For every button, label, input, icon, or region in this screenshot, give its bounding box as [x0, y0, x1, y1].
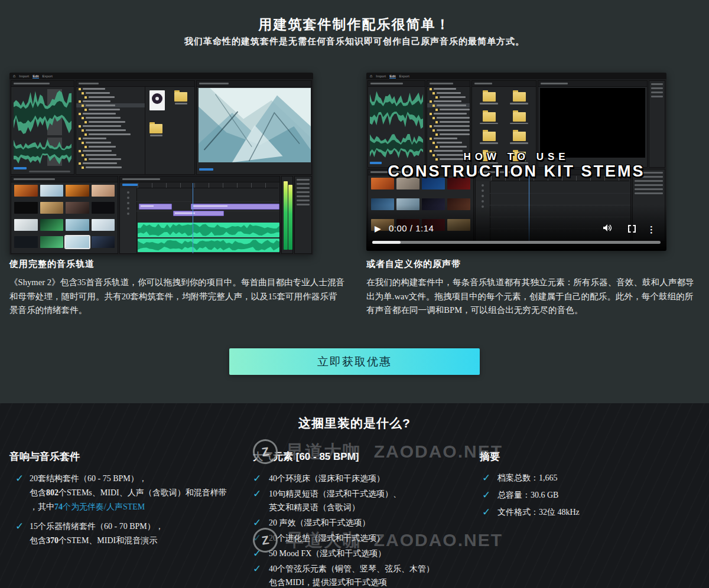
scrollbar[interactable] — [29, 171, 70, 172]
menu-tab[interactable]: Edit — [32, 74, 38, 79]
tree-row[interactable] — [76, 116, 145, 120]
tree-row[interactable] — [427, 99, 470, 103]
fullscreen-icon[interactable] — [628, 225, 636, 233]
timeline-ruler[interactable] — [138, 183, 278, 188]
hero-subtitle: 我们革命性的建筑套件是无需任何音乐知识即可创作自己原声音乐的最简单方式。 — [0, 36, 709, 47]
tree-row[interactable] — [76, 141, 145, 145]
check-icon: ✓ — [482, 472, 490, 485]
tree-row[interactable] — [427, 103, 470, 107]
tree-row[interactable] — [76, 145, 145, 149]
tree-row[interactable] — [76, 87, 145, 91]
menu-tab[interactable]: Export — [43, 74, 53, 78]
tree-row[interactable] — [427, 132, 470, 136]
tree-row[interactable] — [76, 149, 145, 153]
clip-thumbnail[interactable] — [66, 185, 89, 197]
tree-row[interactable] — [427, 145, 470, 149]
folder-icon[interactable] — [476, 109, 502, 125]
folder-icon[interactable] — [506, 129, 532, 144]
tree-row[interactable] — [427, 107, 470, 112]
audio-file-icon[interactable] — [149, 90, 165, 110]
play-button[interactable]: ▶ — [375, 224, 381, 233]
clip-thumbnail[interactable] — [66, 202, 89, 214]
tree-row[interactable] — [427, 91, 470, 95]
tree-row[interactable] — [427, 116, 470, 120]
menu-tab[interactable]: Import — [376, 74, 386, 78]
menu-tab[interactable]: Export — [399, 74, 409, 78]
clip-thumbnail[interactable] — [40, 202, 64, 214]
tree-row[interactable] — [76, 128, 145, 132]
clip-thumbnails[interactable] — [14, 185, 115, 246]
list-item: ✓档案总数：1,665 — [480, 472, 704, 485]
video-clip[interactable] — [173, 211, 224, 216]
clip-thumbnail[interactable] — [92, 202, 115, 214]
audio-clip[interactable] — [138, 239, 279, 252]
tree-row[interactable] — [76, 103, 145, 107]
clip-thumbnail[interactable] — [40, 185, 64, 197]
video-player[interactable]: ⌂ ImportEditExport — [366, 73, 666, 251]
black-video-frame — [540, 88, 645, 158]
tree-row[interactable] — [76, 161, 145, 165]
clip-thumbnail[interactable] — [66, 219, 89, 231]
clip-thumbnail[interactable] — [14, 202, 38, 214]
audio-clip[interactable] — [138, 223, 279, 237]
clip-thumbnail[interactable] — [14, 236, 38, 248]
video-clip[interactable] — [191, 204, 279, 210]
clip-thumbnail[interactable] — [92, 219, 115, 231]
check-icon: ✓ — [15, 520, 24, 534]
clip-thumbnail[interactable] — [92, 185, 115, 197]
daw-menu-tabs: ImportEditExport — [376, 74, 413, 78]
tree-row[interactable] — [427, 95, 470, 99]
tree-row[interactable] — [427, 136, 470, 141]
clip-thumbnail[interactable] — [66, 236, 89, 248]
volume-icon[interactable] — [603, 224, 612, 233]
timecode — [14, 167, 27, 169]
get-deal-button[interactable]: 立即获取优惠 — [229, 348, 480, 375]
tree-row[interactable] — [76, 136, 145, 141]
clip-thumbnail[interactable] — [92, 236, 115, 248]
tree-row[interactable] — [76, 132, 145, 136]
tree-row[interactable] — [76, 153, 145, 157]
tree-row[interactable] — [427, 112, 470, 116]
clip-thumbnail[interactable] — [40, 236, 64, 248]
check-icon: ✓ — [253, 547, 261, 560]
check-icon: ✓ — [15, 472, 24, 486]
progress-bar[interactable] — [372, 241, 661, 244]
folder-icon[interactable] — [476, 89, 502, 104]
tree-row[interactable] — [76, 120, 145, 124]
clip-thumbnail[interactable] — [40, 219, 64, 231]
folder-icon[interactable] — [147, 121, 165, 136]
tree-row[interactable] — [76, 112, 145, 116]
tree-row[interactable] — [76, 124, 145, 128]
tree-row[interactable] — [427, 87, 470, 91]
tree-row[interactable] — [427, 124, 470, 128]
tree-row[interactable] — [76, 99, 145, 103]
video-overlay-title-line2: CONSTRUCTION KIT STEMS — [366, 162, 666, 181]
video-time: 0:00 / 1:14 — [389, 223, 434, 233]
tree-row[interactable] — [76, 95, 145, 99]
tree-row[interactable] — [76, 157, 145, 161]
tree-row[interactable] — [76, 91, 145, 95]
more-options-icon[interactable]: ⋮ — [647, 224, 656, 235]
tree-row[interactable] — [427, 120, 470, 124]
clip-thumbnail[interactable] — [14, 185, 38, 197]
playhead[interactable] — [193, 183, 193, 253]
folder-icon[interactable] — [476, 129, 502, 144]
effects-list-panel — [294, 176, 312, 254]
tree-row[interactable] — [427, 128, 470, 132]
menu-tab[interactable]: Edit — [389, 74, 395, 79]
folder-icon[interactable] — [506, 109, 532, 125]
program-monitor-panel — [196, 80, 312, 175]
tree-row[interactable] — [76, 165, 145, 169]
list-item: ✓文件格式：32位 48kHz — [480, 506, 704, 519]
tree-row[interactable] — [427, 141, 470, 145]
video-clip[interactable] — [139, 204, 172, 210]
clip-thumbnail[interactable] — [14, 219, 38, 231]
folder-icon[interactable] — [506, 89, 532, 104]
tree-row[interactable] — [76, 107, 145, 112]
folder-icon[interactable] — [172, 89, 190, 104]
waveform-editor-panel — [11, 80, 74, 175]
hero-section: 用建筑套件制作配乐很简单！ 我们革命性的建筑套件是无需任何音乐知识即可创作自己原… — [0, 0, 709, 403]
menu-tab[interactable]: Import — [19, 74, 29, 78]
media-tree[interactable] — [76, 87, 145, 174]
media-files — [146, 89, 194, 174]
